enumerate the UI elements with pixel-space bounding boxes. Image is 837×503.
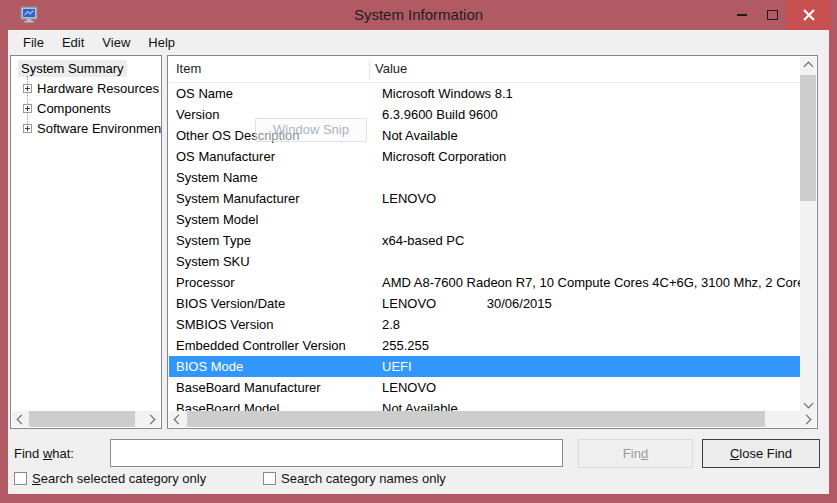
maximize-button[interactable] — [756, 0, 788, 30]
minimize-button[interactable] — [726, 0, 758, 30]
tree-item-software-environment[interactable]: Software Environment — [37, 120, 161, 138]
menu-file[interactable]: File — [14, 32, 53, 53]
table-row[interactable]: BaseBoard ModelNot Available — [169, 398, 801, 412]
menu-edit[interactable]: Edit — [53, 32, 93, 53]
column-header-item[interactable]: Item — [176, 57, 201, 81]
expand-icon[interactable] — [23, 84, 32, 93]
table-row[interactable]: SMBIOS Version2.8 — [169, 314, 801, 335]
search-category-names-label: Search category names only — [281, 471, 446, 486]
system-information-window: System Information File Edit View Help S… — [0, 0, 837, 503]
table-row[interactable]: System Model — [169, 209, 801, 230]
table-row[interactable]: ProcessorAMD A8-7600 Radeon R7, 10 Compu… — [169, 272, 801, 293]
table-row[interactable]: BIOS Version/DateLENOVO 30/06/2015 — [169, 293, 801, 314]
table-row[interactable]: System ManufacturerLENOVO — [169, 188, 801, 209]
window-title: System Information — [0, 0, 837, 30]
expand-icon[interactable] — [23, 124, 32, 133]
table-row[interactable]: Embedded Controller Version255.255 — [169, 335, 801, 356]
close-find-button[interactable]: Close Find — [702, 439, 820, 468]
scroll-left-icon[interactable] — [12, 411, 28, 427]
table-row[interactable]: OS ManufacturerMicrosoft Corporation — [169, 146, 801, 167]
table-row-selected[interactable]: BIOS ModeUEFI — [169, 356, 801, 377]
table-row[interactable]: System Typex64-based PC — [169, 230, 801, 251]
detail-pane: Item Value OS NameMicrosoft Windows 8.1 … — [167, 55, 818, 429]
tree-horizontal-scrollbar[interactable] — [12, 411, 160, 427]
scroll-right-icon[interactable] — [800, 411, 816, 427]
search-selected-category-label: Search selected category only — [32, 471, 206, 486]
table-header: Item Value — [169, 57, 800, 83]
menu-help[interactable]: Help — [139, 32, 184, 53]
scrollbar-thumb[interactable] — [29, 411, 135, 427]
detail-vertical-scrollbar[interactable] — [800, 57, 816, 413]
menu-view[interactable]: View — [93, 32, 139, 53]
scrollbar-thumb[interactable] — [800, 75, 816, 201]
column-header-value[interactable]: Value — [375, 57, 407, 81]
tree-item-components[interactable]: Components — [37, 100, 111, 118]
maximize-icon — [767, 10, 778, 20]
close-icon — [802, 8, 816, 22]
close-button[interactable] — [786, 0, 831, 30]
scroll-left-icon[interactable] — [169, 411, 185, 427]
scrollbar-thumb[interactable] — [187, 411, 765, 427]
expand-icon[interactable] — [23, 104, 32, 113]
table-row[interactable]: System SKU — [169, 251, 801, 272]
title-bar: System Information — [0, 0, 837, 30]
tree-item-system-summary[interactable]: System Summary — [18, 60, 127, 77]
find-input[interactable] — [110, 439, 563, 467]
find-what-label: Find what: — [14, 446, 74, 461]
minimize-icon — [737, 14, 747, 16]
detail-horizontal-scrollbar[interactable] — [169, 411, 816, 427]
search-category-names-checkbox[interactable] — [263, 472, 276, 485]
find-button[interactable]: Find — [578, 439, 693, 468]
table-row[interactable]: OS NameMicrosoft Windows 8.1 — [169, 83, 801, 104]
table-row[interactable]: System Name — [169, 167, 801, 188]
tree-item-hardware-resources[interactable]: Hardware Resources — [37, 80, 159, 98]
column-divider[interactable] — [369, 60, 370, 79]
menu-bar: File Edit View Help — [8, 30, 829, 55]
category-tree-pane: System Summary Hardware Resources Compon… — [10, 55, 162, 429]
search-selected-category-checkbox[interactable] — [14, 472, 27, 485]
table-row[interactable]: BaseBoard ManufacturerLENOVO — [169, 377, 801, 398]
ghost-window-snip-tooltip: Window Snip — [255, 118, 367, 142]
scroll-right-icon[interactable] — [144, 411, 160, 427]
scroll-up-icon[interactable] — [800, 57, 816, 73]
